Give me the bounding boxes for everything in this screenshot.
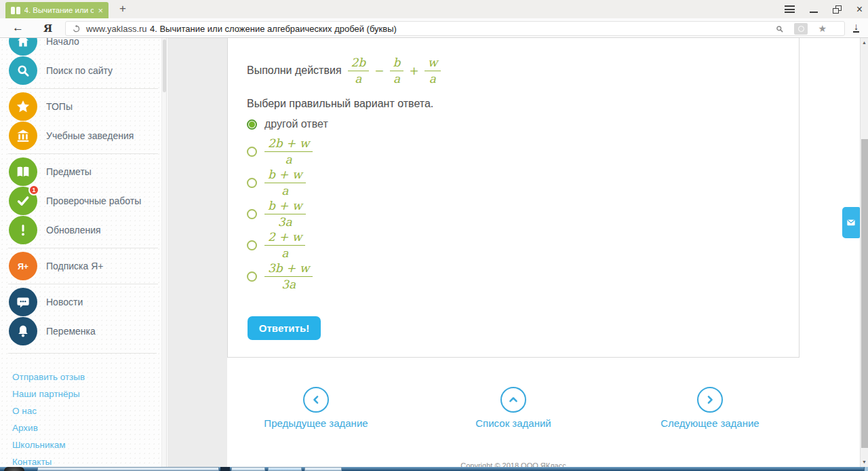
sidebar-item[interactable]: Предметы	[0, 157, 166, 186]
radio-button[interactable]	[247, 271, 257, 282]
answer-option[interactable]: 3b + w3a	[247, 261, 328, 292]
yandex-logo[interactable]: Я	[43, 22, 52, 35]
chevron-left-icon	[309, 393, 323, 407]
answer-option[interactable]: 2b + wa	[247, 136, 328, 167]
sidebar-footer-link[interactable]: Контакты	[12, 453, 85, 467]
restore-button[interactable]	[833, 5, 842, 14]
answer-option[interactable]: другой ответ	[247, 113, 328, 136]
radio-button[interactable]	[247, 119, 257, 130]
sidebar-item[interactable]: Начало	[0, 38, 166, 56]
scroll-up-icon[interactable]: ▲	[861, 38, 868, 48]
sidebar-item[interactable]: Поиск по сайту	[0, 56, 166, 85]
math-operator: +	[409, 64, 418, 77]
start-button[interactable]	[4, 467, 24, 471]
answer-option[interactable]: b + wa	[247, 167, 328, 198]
answer-option[interactable]: 2 + wa	[247, 229, 328, 261]
address-bar[interactable]: www.yaklass.ru 4. Вычитание или сложение…	[65, 21, 845, 36]
pager-item[interactable]: Следующее задание	[635, 387, 785, 429]
content-gutter	[167, 38, 227, 467]
notification-badge: 1	[28, 185, 39, 195]
home-icon	[14, 38, 32, 50]
sidebar-item-label: Проверочные работы	[46, 195, 141, 206]
answer-option[interactable]: b + w3a	[247, 198, 328, 229]
bell-icon	[14, 322, 32, 340]
minimize-button[interactable]	[810, 12, 818, 13]
browser-tab[interactable]: 4. Вычитание или слож ×	[5, 2, 108, 18]
sidebar-footer-link[interactable]: Отправить отзыв	[12, 369, 85, 385]
envelope-icon	[846, 217, 856, 228]
task-expression: 2ba − ba + wa	[348, 56, 441, 86]
translate-icon[interactable]	[794, 23, 808, 35]
fraction: wa	[425, 56, 441, 86]
sidebar-item[interactable]: Подписка Я+	[0, 251, 166, 280]
radio-button[interactable]	[247, 178, 257, 188]
menu-icon[interactable]	[785, 4, 795, 15]
ya-plus-icon	[14, 257, 32, 275]
feedback-tab[interactable]	[842, 207, 860, 238]
sidebar-item[interactable]: Учебные заведения	[0, 121, 166, 150]
copyright-text: Copyright © 2018 ООО ЯКласс	[227, 461, 800, 467]
sidebar-item-label: Переменка	[46, 326, 96, 337]
sidebar-item-label: Обновления	[46, 225, 101, 236]
taskbar-window-button[interactable]	[268, 467, 302, 471]
chat-icon	[14, 293, 32, 311]
sidebar-item[interactable]: 1 Проверочные работы	[0, 186, 166, 215]
sidebar-item-label: Подписка Я+	[46, 261, 104, 271]
show-desktop-button[interactable]	[864, 467, 868, 471]
exercise-card: Выполни действия 2ba − ba	[227, 38, 800, 358]
fraction: b + wa	[264, 168, 306, 197]
pager-item-label: Список заданий	[439, 417, 588, 429]
close-button[interactable]: ×	[856, 4, 863, 15]
new-tab-button[interactable]: +	[115, 1, 130, 16]
sidebar-item[interactable]: Обновления	[0, 215, 166, 244]
sidebar-footer-links: Отправить отзыв Наши партнёры О нас Архи…	[12, 369, 85, 467]
sidebar-footer-link[interactable]: Архив	[12, 419, 85, 436]
radio-button[interactable]	[247, 209, 257, 219]
yaklass-favicon	[11, 7, 20, 14]
answer-button[interactable]: Ответить!	[248, 316, 321, 340]
pager-item[interactable]: Предыдущее задание	[241, 387, 391, 429]
exclamation-icon	[14, 221, 32, 239]
sidebar-scrollbar[interactable]	[161, 38, 166, 467]
download-icon[interactable]: ↓	[853, 22, 859, 33]
sidebar-footer-link[interactable]: Наши партнёры	[12, 385, 85, 402]
sidebar-item[interactable]: Переменка	[0, 316, 166, 345]
scrollbar-thumb[interactable]	[861, 139, 868, 448]
pager-item-label: Следующее задание	[635, 417, 785, 429]
browser-toolbar: ← Я www.yaklass.ru 4. Вычитание или слож…	[0, 18, 868, 38]
fraction: 2b + wa	[264, 136, 313, 166]
sidebar-item-label: Начало	[46, 38, 79, 47]
sidebar-divider	[8, 153, 158, 154]
bookmark-star-icon[interactable]: ★	[818, 23, 827, 34]
sidebar-item[interactable]: Новости	[0, 287, 166, 316]
taskbar-window-button[interactable]	[304, 467, 342, 471]
sidebar-menu: Начало Поиск по сайту	[0, 38, 166, 345]
zoom-icon[interactable]	[774, 24, 785, 34]
sidebar-footer-link[interactable]: О нас	[12, 402, 85, 419]
sidebar-item[interactable]: ТОПы	[0, 92, 166, 121]
sidebar-footer-link[interactable]: Школьникам	[12, 436, 85, 453]
chevron-right-icon	[703, 393, 717, 407]
sidebar-divider	[8, 248, 158, 248]
sidebar-item-label: Поиск по сайту	[46, 65, 113, 76]
pager-item[interactable]: Список заданий	[439, 387, 588, 429]
fraction: ba	[390, 56, 404, 86]
sidebar-item-label: ТОПы	[46, 101, 73, 112]
tab-close-icon[interactable]: ×	[98, 6, 103, 15]
taskbar-window-button[interactable]	[231, 467, 265, 471]
back-button[interactable]: ←	[12, 21, 24, 35]
chevron-up-icon	[507, 393, 520, 407]
sidebar-divider	[8, 88, 158, 89]
radio-button[interactable]	[247, 147, 257, 157]
scroll-down-icon[interactable]: ▼	[861, 457, 868, 467]
taskbar-window-button[interactable]	[37, 467, 219, 471]
windows-taskbar	[0, 467, 868, 471]
page-scrollbar[interactable]: ▲ ▼	[860, 38, 868, 467]
book-icon	[14, 163, 32, 181]
task-instruction: Выбери правильный вариант ответа.	[247, 98, 433, 110]
radio-button[interactable]	[247, 240, 257, 250]
refresh-icon[interactable]	[72, 24, 81, 33]
taskbar-separator	[220, 467, 230, 471]
sidebar-item-label: Учебные заведения	[46, 130, 134, 141]
tab-title: 4. Вычитание или слож	[24, 6, 94, 14]
